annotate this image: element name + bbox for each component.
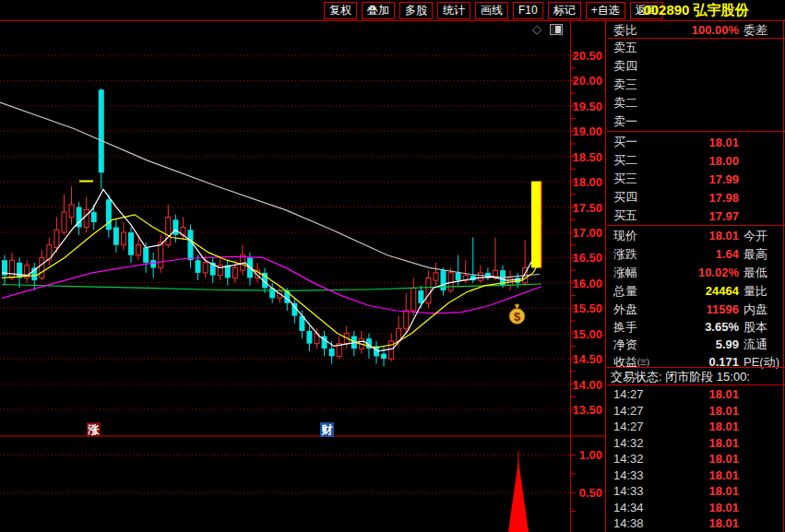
trade-tick-row: 14:3218.01: [607, 435, 785, 452]
tick-time: 14:38: [613, 516, 644, 530]
buy-level-label: 买五: [613, 207, 637, 224]
tick-time: 14:27: [613, 387, 644, 401]
candle-body: [69, 205, 74, 218]
trade-status: 交易状态: 闭市阶段 15:00:: [607, 369, 785, 385]
candle-body: [232, 267, 237, 278]
candle-body: [40, 257, 44, 278]
quote-info-value: 5.99: [637, 337, 739, 351]
quote-info-value: 24464: [637, 284, 739, 298]
candle-body: [172, 219, 178, 234]
sell-level-label: 卖一: [613, 113, 637, 130]
buy-level-row: 买三17.99: [607, 170, 785, 188]
tick-price: 18.01: [644, 452, 739, 466]
quote-info-label2: 今开: [739, 228, 785, 244]
sell-level-label: 卖三: [613, 77, 637, 93]
stock-code: 002890: [643, 2, 689, 18]
quote-info-row: 净资5.99流通: [607, 336, 785, 353]
tick-price: 18.01: [644, 516, 739, 530]
price-axis-label: 18.50: [572, 150, 602, 164]
quote-info-label: 总量: [613, 283, 637, 300]
toolbar-button-mark[interactable]: 标记: [548, 2, 581, 19]
sell-level-row: 卖一: [607, 112, 785, 131]
candle-body: [404, 311, 409, 328]
candle-body: [448, 273, 453, 290]
candle-body: [54, 230, 59, 247]
tick-price: 18.01: [644, 436, 739, 450]
price-axis-label: 15.50: [572, 301, 602, 315]
quote-panel: 委比 100.00% 委差 卖五卖四卖三卖二卖一 买一18.01买二18.00买…: [607, 21, 785, 532]
price-axis-label: 19.00: [572, 124, 602, 138]
candle-body: [10, 260, 15, 278]
tick-price: 18.01: [644, 484, 739, 498]
trade-tick-row: 14:3318.01: [607, 483, 785, 500]
quote-info-value: 3.65%: [637, 320, 739, 334]
trade-tick-row: 14:3218.01: [607, 451, 785, 467]
quote-info-row: 换手3.65%股本: [607, 318, 785, 336]
toolbar-button-f10[interactable]: F10: [513, 2, 543, 19]
candle-body: [106, 199, 112, 230]
split-window-icon[interactable]: [550, 24, 563, 35]
tick-price: 18.01: [644, 420, 739, 433]
panel-separator: [607, 367, 785, 368]
price-axis-label: 15.00: [572, 327, 602, 341]
candle-body: [478, 273, 482, 280]
toolbar-button-stats[interactable]: 统计: [437, 2, 470, 19]
quote-info-label2: 内盘: [739, 301, 785, 318]
tick-price: 18.01: [644, 387, 739, 401]
sell-level-label: 卖二: [613, 95, 637, 112]
quote-info-label: 换手: [613, 319, 637, 336]
candle-body: [137, 245, 141, 255]
buy-level-row: 买一18.01: [607, 133, 785, 151]
buy-level-price: 17.98: [637, 191, 739, 205]
buy-level-label: 买四: [613, 189, 637, 206]
price-axis-label: 20.00: [572, 74, 602, 88]
toolbar-button-drawline[interactable]: 画线: [475, 2, 508, 19]
toolbar-button-multistock[interactable]: 多股: [399, 2, 433, 19]
candle-body: [411, 288, 416, 311]
price-axis-label: 16.50: [572, 251, 602, 265]
quote-info-value: 11596: [637, 302, 739, 316]
toolbar-button-restore[interactable]: 复权: [324, 2, 357, 19]
sell-level-row: 卖三: [607, 76, 785, 94]
tick-price: 18.01: [644, 404, 739, 418]
cai-signal-badge: 财: [320, 422, 334, 437]
candle-body: [99, 89, 104, 172]
money-bag-icon: $: [508, 303, 526, 325]
price-axis-label: 14.50: [572, 352, 602, 366]
tick-time: 14:32: [613, 436, 644, 450]
weicha-label: 委差: [739, 22, 785, 38]
quote-info-value: 10.02%: [637, 266, 739, 279]
trade-tick-row: 14:2718.01: [607, 386, 785, 403]
tick-time: 14:34: [613, 501, 644, 514]
trade-tick-row: 14:2718.01: [607, 419, 785, 435]
tick-time: 14:27: [613, 404, 644, 418]
candle-body: [418, 290, 423, 303]
sub-axis-label: 1.00: [579, 448, 602, 462]
price-axis-label: 17.50: [572, 201, 602, 215]
sell-level-label: 卖五: [613, 40, 637, 56]
quote-info-label2: 量比: [739, 283, 785, 300]
candle-body: [113, 228, 119, 245]
stock-name: 弘宇股份: [694, 2, 749, 18]
candle-body: [150, 260, 156, 267]
svg-text:$: $: [514, 310, 521, 324]
candlestick-chart[interactable]: 20.5020.0019.5019.0018.5018.0017.5017.00…: [0, 0, 607, 532]
diamond-marker-icon[interactable]: ◇: [532, 23, 541, 35]
weibi-value: 100.00%: [637, 23, 739, 37]
tick-time: 14:27: [613, 420, 644, 433]
buy-level-price: 17.97: [637, 209, 739, 223]
candle-body: [434, 273, 438, 280]
panel-left-border: [605, 20, 606, 532]
price-axis-label: 13.50: [572, 403, 602, 417]
trade-tick-row: 14:3818.01: [607, 515, 785, 532]
toolbar-button-overlay[interactable]: 叠加: [362, 2, 395, 19]
quote-info-row: 涨幅10.02%最低: [607, 264, 785, 281]
price-axis-label: 18.00: [572, 175, 602, 189]
tick-time: 14:32: [613, 452, 644, 466]
candle-body: [426, 278, 431, 302]
candle-body: [166, 218, 171, 245]
price-axis-label: 16.00: [572, 277, 602, 290]
app-window: 复权 叠加 多股 统计 画线 F10 标记 +自选 返回 002890 弘宇股份…: [0, 0, 785, 532]
sell-level-row: 卖二: [607, 94, 785, 112]
candle-body: [381, 354, 387, 359]
